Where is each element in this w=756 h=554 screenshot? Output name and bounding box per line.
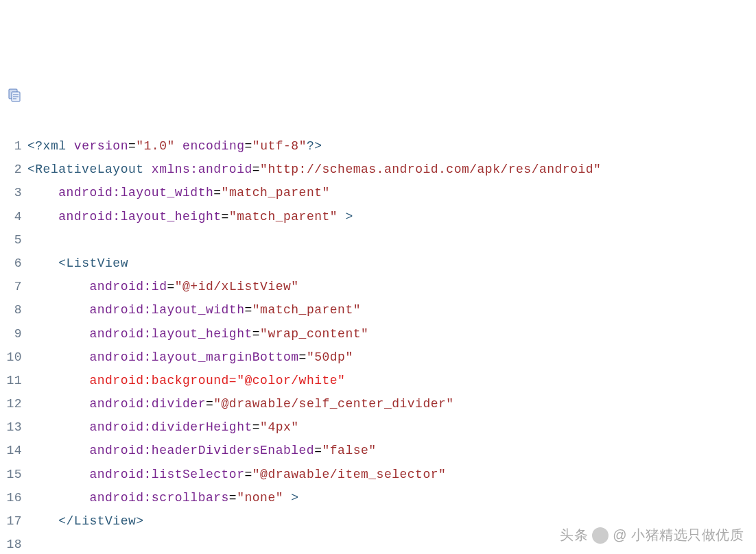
code-token: android:divider: [89, 397, 206, 411]
code-token: =: [252, 420, 260, 434]
code-token: android:headerDividersEnabled: [89, 444, 314, 457]
code-line[interactable]: 12 android:divider="@drawable/self_cente…: [4, 392, 752, 416]
code-token: android:layout_height: [58, 210, 221, 224]
line-content[interactable]: android:id="@+id/xListView": [27, 275, 752, 298]
line-number: 4: [4, 205, 27, 228]
code-token: <?: [27, 139, 43, 153]
code-token: android:layout_width: [58, 186, 213, 200]
line-number: 12: [4, 392, 27, 416]
code-token: </: [58, 514, 74, 528]
code-token: "http://schemas.android.com/apk/res/andr…: [260, 162, 601, 176]
line-number: 14: [4, 439, 27, 462]
line-content[interactable]: android:layout_width="match_parent": [27, 298, 752, 322]
code-token: android:listSelector: [89, 468, 244, 481]
code-token: [27, 350, 89, 364]
code-token: "wrap_content": [260, 327, 368, 341]
code-token: =: [213, 186, 221, 200]
code-token: "match_parent": [222, 186, 330, 200]
code-line[interactable]: 8 android:layout_width="match_parent": [4, 298, 752, 322]
code-token: [27, 186, 58, 200]
code-token: ListView: [74, 514, 136, 528]
code-token: android:layout_height: [89, 327, 252, 341]
line-content[interactable]: android:layout_marginBottom="50dp": [27, 346, 752, 369]
code-token: xmlns:android: [152, 162, 252, 176]
line-number: 9: [4, 322, 27, 346]
code-token: =: [314, 444, 322, 457]
code-token: =: [206, 397, 213, 411]
code-editor[interactable]: 1<?xml version="1.0" encoding="utf-8"?>2…: [4, 134, 752, 554]
line-number: 18: [4, 533, 27, 554]
copy-icon[interactable]: [7, 60, 23, 117]
code-token: >: [136, 514, 143, 528]
line-content[interactable]: android:listSelector="@drawable/item_sel…: [27, 463, 752, 486]
line-number: 17: [4, 509, 27, 533]
code-token: "match_parent": [229, 210, 338, 224]
code-token: =: [167, 280, 174, 293]
avatar-icon: [592, 527, 609, 544]
line-number: 16: [4, 486, 27, 509]
code-line[interactable]: 7 android:id="@+id/xListView": [4, 275, 752, 298]
code-token: [27, 491, 89, 505]
code-line[interactable]: 6 <ListView: [4, 252, 752, 275]
code-token: =: [244, 303, 252, 317]
code-line[interactable]: 5: [4, 228, 752, 252]
code-line[interactable]: 14 android:headerDividersEnabled="false": [4, 439, 752, 462]
line-number: 6: [4, 252, 27, 275]
line-number: 5: [4, 228, 27, 252]
code-token: =: [229, 374, 237, 387]
code-token: =: [252, 162, 260, 176]
line-content[interactable]: android:layout_height="match_parent" >: [27, 205, 752, 228]
code-token: "match_parent": [252, 303, 361, 317]
code-token: [27, 420, 89, 434]
code-token: =: [229, 491, 237, 505]
code-line[interactable]: 1<?xml version="1.0" encoding="utf-8"?>: [4, 134, 752, 158]
line-content[interactable]: android:layout_width="match_parent": [27, 181, 752, 204]
line-content[interactable]: android:scrollbars="none" >: [27, 486, 752, 509]
code-token: [27, 280, 89, 293]
code-token: ?>: [307, 139, 322, 153]
code-line[interactable]: 9 android:layout_height="wrap_content": [4, 322, 752, 346]
code-token: "@drawable/self_center_divider": [213, 397, 453, 411]
code-token: =: [252, 327, 260, 341]
code-line[interactable]: 2<RelativeLayout xmlns:android="http://s…: [4, 158, 752, 181]
code-token: =: [299, 350, 307, 364]
code-token: android:id: [89, 280, 167, 293]
code-line[interactable]: 11 android:background="@color/white": [4, 369, 752, 392]
line-number: 11: [4, 369, 27, 392]
code-token: [27, 514, 58, 528]
code-line[interactable]: 4 android:layout_height="match_parent" >: [4, 205, 752, 228]
code-token: =: [222, 210, 229, 224]
line-content[interactable]: android:background="@color/white": [27, 369, 752, 392]
line-number: 10: [4, 346, 27, 369]
code-token: RelativeLayout: [35, 162, 152, 176]
code-token: "50dp": [307, 350, 353, 364]
code-token: "@color/white": [237, 374, 345, 387]
code-token: [27, 210, 58, 224]
code-token: <: [58, 256, 66, 270]
code-token: =: [128, 139, 136, 153]
code-token: [27, 303, 89, 317]
code-line[interactable]: 16 android:scrollbars="none" >: [4, 486, 752, 509]
code-line[interactable]: 15 android:listSelector="@drawable/item_…: [4, 463, 752, 486]
line-content[interactable]: <RelativeLayout xmlns:android="http://sc…: [27, 158, 752, 181]
code-token: android:background: [89, 374, 228, 387]
line-number: 3: [4, 181, 27, 204]
line-content[interactable]: android:layout_height="wrap_content": [27, 322, 752, 346]
line-number: 7: [4, 275, 27, 298]
code-token: android:scrollbars: [89, 491, 228, 505]
line-number: 13: [4, 416, 27, 439]
code-line[interactable]: 10 android:layout_marginBottom="50dp": [4, 346, 752, 369]
code-token: xml: [43, 139, 74, 153]
line-content[interactable]: <ListView: [27, 252, 752, 275]
code-line[interactable]: 13 android:dividerHeight="4px": [4, 416, 752, 439]
line-content[interactable]: <?xml version="1.0" encoding="utf-8"?>: [27, 134, 752, 158]
code-token: "false": [322, 444, 377, 457]
line-content[interactable]: android:headerDividersEnabled="false": [27, 439, 752, 462]
line-content[interactable]: android:dividerHeight="4px": [27, 416, 752, 439]
line-number: 8: [4, 298, 27, 322]
code-line[interactable]: 3 android:layout_width="match_parent": [4, 181, 752, 204]
code-token: "@+id/xListView": [175, 280, 299, 293]
line-content[interactable]: android:divider="@drawable/self_center_d…: [27, 392, 752, 416]
code-token: android:layout_width: [89, 303, 244, 317]
code-token: [27, 374, 89, 387]
